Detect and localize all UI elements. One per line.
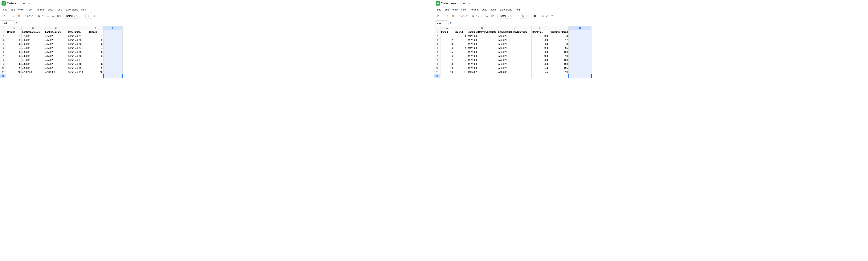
header-cell-3[interactable]: Description <box>67 30 88 34</box>
header-cell-5[interactable] <box>103 30 123 34</box>
cell-r7c3[interactable]: Some text #6 <box>67 54 88 58</box>
header-cell-2[interactable]: SheduledDeliveryEndDate <box>467 30 497 34</box>
cell-r9c1[interactable]: 8 <box>454 62 467 66</box>
cell-r3c6[interactable] <box>569 38 591 42</box>
cell-r2c1[interactable]: 1 <box>454 34 467 38</box>
cell-r7c6[interactable] <box>569 54 591 58</box>
cell-r9c0[interactable]: 8 <box>440 62 454 66</box>
menu-item-insert[interactable]: Insert <box>460 8 469 11</box>
cell-r5c2[interactable]: 4/4/2023 <box>44 46 67 50</box>
cell-r11c6[interactable] <box>569 70 591 74</box>
percent-button[interactable]: % <box>475 14 480 18</box>
menu-item-help[interactable]: Help <box>80 8 88 11</box>
print-button[interactable]: 🖨 <box>445 14 450 18</box>
cell-r12c0[interactable] <box>440 74 454 78</box>
menu-item-view[interactable]: View <box>451 8 459 11</box>
grid-container[interactable]: ABCDEF1OrderIdLastUpdateDateLastIndexDat… <box>0 26 434 261</box>
cell-r8c1[interactable]: 7 <box>454 58 467 62</box>
cell-r10c3[interactable]: Some text #9 <box>67 66 88 70</box>
cell-r3c2[interactable]: 4/2/2023 <box>467 38 497 42</box>
cell-r4c6[interactable] <box>569 42 591 46</box>
cell-r3c1[interactable]: 4/2/2023 <box>22 38 44 42</box>
cell-r12c3[interactable] <box>497 74 531 78</box>
cell-r9c5[interactable]: 150 <box>549 62 568 66</box>
cell-r9c6[interactable] <box>569 62 591 66</box>
cell-r2c2[interactable]: 4/1/2023 <box>44 34 67 38</box>
cell-r9c0[interactable]: 8 <box>6 62 22 66</box>
decimal-inc-button[interactable]: .₀₀ <box>485 14 490 18</box>
italic-button[interactable]: I <box>537 14 540 18</box>
zoom-selector[interactable]: 100% ▾ <box>24 14 35 18</box>
cell-r6c4[interactable]: 5 <box>88 50 103 54</box>
cell-r8c3[interactable]: Some text #7 <box>67 58 88 62</box>
cell-r10c1[interactable]: 9 <box>454 66 467 70</box>
cell-r9c3[interactable]: Some text #8 <box>67 62 88 66</box>
format-number-button[interactable]: 123 <box>56 14 62 18</box>
print-button[interactable]: 🖨 <box>11 14 16 18</box>
cell-r6c4[interactable]: 300 <box>531 50 549 54</box>
menu-item-file[interactable]: File <box>436 8 443 11</box>
header-cell-3[interactable]: SheduledDeliveryStartDate <box>497 30 531 34</box>
undo-button[interactable]: ↩ <box>436 14 440 18</box>
cell-r4c3[interactable]: Some text #3 <box>67 42 88 46</box>
cell-r12c6[interactable] <box>569 74 591 78</box>
formula-input[interactable] <box>20 21 433 25</box>
cell-r11c1[interactable]: 4/10/2023 <box>22 70 44 74</box>
cell-r5c2[interactable]: 4/4/2023 <box>467 46 497 50</box>
cell-r2c4[interactable]: 1 <box>88 34 103 38</box>
cell-r6c0[interactable]: 5 <box>440 50 454 54</box>
cell-r11c0[interactable]: 10 <box>440 70 454 74</box>
cell-r3c0[interactable]: 2 <box>440 38 454 42</box>
col-header-C[interactable]: C <box>467 26 497 30</box>
cell-r3c2[interactable]: 4/2/2023 <box>44 38 67 42</box>
header-cell-2[interactable]: LastIndexDate <box>44 30 67 34</box>
cell-r4c0[interactable]: 3 <box>440 42 454 46</box>
format-paint-button[interactable]: 🎨 <box>16 14 22 18</box>
cell-r3c1[interactable]: 2 <box>454 38 467 42</box>
col-header-A[interactable]: A <box>440 26 454 30</box>
cell-r4c3[interactable]: 4/3/2023 <box>497 42 531 46</box>
cell-r4c4[interactable]: 3 <box>88 42 103 46</box>
cell-r11c5[interactable] <box>103 70 123 74</box>
cell-r10c5[interactable] <box>103 66 123 70</box>
cell-r10c0[interactable]: 9 <box>440 66 454 70</box>
cell-r12c1[interactable] <box>22 74 44 78</box>
cell-r8c4[interactable]: 230 <box>531 58 549 62</box>
menu-item-file[interactable]: File <box>2 8 8 11</box>
currency-button[interactable]: $ <box>37 14 41 18</box>
format-paint-button[interactable]: 🎨 <box>451 14 456 18</box>
cell-r6c2[interactable]: 4/5/2023 <box>467 50 497 54</box>
cell-r11c4[interactable]: 45 <box>531 70 549 74</box>
cell-reference[interactable]: G12 <box>435 21 449 25</box>
font-size-minus[interactable]: − <box>516 14 519 18</box>
col-header-B[interactable]: B <box>22 26 44 30</box>
cell-r10c4[interactable]: 9 <box>88 66 103 70</box>
menu-item-insert[interactable]: Insert <box>25 8 35 11</box>
cell-r7c4[interactable]: 6 <box>88 54 103 58</box>
star-icon[interactable]: ☆ <box>458 2 461 5</box>
header-cell-5[interactable]: QuantityOrdered <box>549 30 568 34</box>
cell-r10c1[interactable]: 4/9/2023 <box>22 66 44 70</box>
cell-r9c2[interactable]: 4/8/2023 <box>467 62 497 66</box>
cell-r10c0[interactable]: 9 <box>6 66 22 70</box>
header-cell-6[interactable] <box>569 30 591 34</box>
cell-r4c5[interactable] <box>103 42 123 46</box>
grid-container[interactable]: ABCDEFG1ItemIdOrderIdSheduledDeliveryEnd… <box>434 26 868 261</box>
cloud-icon[interactable]: ☁ <box>27 2 31 5</box>
cell-r10c5[interactable]: 155 <box>549 66 568 70</box>
cell-r4c1[interactable]: 4/3/2023 <box>22 42 44 46</box>
cell-r11c4[interactable]: 10 <box>88 70 103 74</box>
cell-r4c2[interactable]: 4/3/2023 <box>467 42 497 46</box>
folder-icon[interactable]: 🖿 <box>463 2 466 5</box>
cloud-icon[interactable]: ☁ <box>467 2 471 5</box>
cell-r9c5[interactable] <box>103 62 123 66</box>
menu-item-data[interactable]: Data <box>46 8 55 11</box>
cell-r11c5[interactable]: 19 <box>549 70 568 74</box>
cell-r4c1[interactable]: 3 <box>454 42 467 46</box>
cell-r10c6[interactable] <box>569 66 591 70</box>
cell-r2c0[interactable]: 1 <box>440 34 454 38</box>
redo-button[interactable]: ↪ <box>6 14 11 18</box>
cell-r5c0[interactable]: 4 <box>6 46 22 50</box>
cell-r8c1[interactable]: 4/7/2023 <box>22 58 44 62</box>
cell-r9c2[interactable]: 4/8/2023 <box>44 62 67 66</box>
